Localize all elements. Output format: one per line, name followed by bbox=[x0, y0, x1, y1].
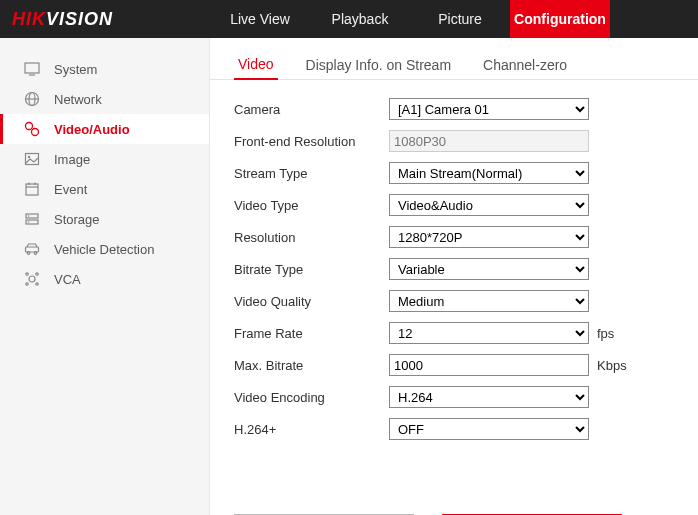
input-max-bitrate[interactable] bbox=[389, 354, 589, 376]
sidebar-item-event[interactable]: Event bbox=[0, 174, 209, 204]
sidebar-item-label: Event bbox=[54, 182, 87, 197]
label-resolution: Resolution bbox=[234, 230, 389, 245]
brand-logo: HIK VISION bbox=[0, 9, 210, 30]
subtab-video[interactable]: Video bbox=[234, 50, 278, 80]
svg-point-19 bbox=[34, 252, 37, 255]
brand-hik: HIK bbox=[12, 9, 46, 30]
label-video-encoding: Video Encoding bbox=[234, 390, 389, 405]
brand-vision: VISION bbox=[46, 9, 113, 30]
sidebar-item-label: System bbox=[54, 62, 97, 77]
sidebar-item-video-audio[interactable]: Video/Audio bbox=[0, 114, 209, 144]
svg-point-15 bbox=[28, 215, 30, 217]
select-video-quality[interactable]: Medium bbox=[389, 290, 589, 312]
label-frame-rate: Frame Rate bbox=[234, 326, 389, 341]
select-stream-type[interactable]: Main Stream(Normal) bbox=[389, 162, 589, 184]
video-audio-icon bbox=[24, 121, 40, 137]
sidebar-item-label: Vehicle Detection bbox=[54, 242, 154, 257]
svg-point-5 bbox=[26, 123, 33, 130]
event-icon bbox=[24, 181, 40, 197]
system-icon bbox=[24, 61, 40, 77]
sidebar-item-network[interactable]: Network bbox=[0, 84, 209, 114]
nav-playback[interactable]: Playback bbox=[310, 0, 410, 38]
label-bitrate-type: Bitrate Type bbox=[234, 262, 389, 277]
sidebar-item-vehicle[interactable]: Vehicle Detection bbox=[0, 234, 209, 264]
sidebar-item-image[interactable]: Image bbox=[0, 144, 209, 174]
sidebar-item-system[interactable]: System bbox=[0, 54, 209, 84]
input-front-end-resolution bbox=[389, 130, 589, 152]
svg-point-18 bbox=[27, 252, 30, 255]
image-icon bbox=[24, 151, 40, 167]
svg-point-21 bbox=[26, 273, 28, 275]
select-bitrate-type[interactable]: Variable bbox=[389, 258, 589, 280]
subtab-display-info[interactable]: Display Info. on Stream bbox=[302, 51, 456, 79]
unit-kbps: Kbps bbox=[597, 358, 627, 373]
vca-icon bbox=[24, 271, 40, 287]
storage-icon bbox=[24, 211, 40, 227]
sidebar-item-label: Video/Audio bbox=[54, 122, 130, 137]
subtabs: Video Display Info. on Stream Channel-ze… bbox=[210, 38, 698, 80]
select-frame-rate[interactable]: 12 bbox=[389, 322, 589, 344]
select-resolution[interactable]: 1280*720P bbox=[389, 226, 589, 248]
sidebar-item-label: Storage bbox=[54, 212, 100, 227]
sidebar-item-label: VCA bbox=[54, 272, 81, 287]
svg-point-24 bbox=[36, 283, 38, 285]
label-video-type: Video Type bbox=[234, 198, 389, 213]
nav-picture[interactable]: Picture bbox=[410, 0, 510, 38]
label-camera: Camera bbox=[234, 102, 389, 117]
svg-point-23 bbox=[26, 283, 28, 285]
sidebar: System Network Video/Audio Image Event S… bbox=[0, 38, 210, 515]
network-icon bbox=[24, 91, 40, 107]
sidebar-item-vca[interactable]: VCA bbox=[0, 264, 209, 294]
nav-live-view[interactable]: Live View bbox=[210, 0, 310, 38]
label-front-end-resolution: Front-end Resolution bbox=[234, 134, 389, 149]
select-camera[interactable]: [A1] Camera 01 bbox=[389, 98, 589, 120]
sidebar-item-label: Network bbox=[54, 92, 102, 107]
sidebar-item-storage[interactable]: Storage bbox=[0, 204, 209, 234]
svg-rect-9 bbox=[26, 184, 38, 195]
select-video-type[interactable]: Video&Audio bbox=[389, 194, 589, 216]
svg-rect-0 bbox=[25, 63, 39, 73]
label-h264-plus: H.264+ bbox=[234, 422, 389, 437]
main-panel: Video Display Info. on Stream Channel-ze… bbox=[210, 38, 698, 515]
vehicle-icon bbox=[24, 241, 40, 257]
label-max-bitrate: Max. Bitrate bbox=[234, 358, 389, 373]
svg-point-6 bbox=[32, 129, 39, 136]
select-video-encoding[interactable]: H.264 bbox=[389, 386, 589, 408]
svg-point-8 bbox=[28, 156, 30, 158]
video-form: Camera [A1] Camera 01 Front-end Resoluti… bbox=[210, 80, 698, 468]
label-stream-type: Stream Type bbox=[234, 166, 389, 181]
unit-fps: fps bbox=[597, 326, 614, 341]
select-h264-plus[interactable]: OFF bbox=[389, 418, 589, 440]
svg-rect-17 bbox=[26, 247, 39, 252]
subtab-channel-zero[interactable]: Channel-zero bbox=[479, 51, 571, 79]
label-video-quality: Video Quality bbox=[234, 294, 389, 309]
top-nav: Live View Playback Picture Configuration bbox=[210, 0, 610, 38]
svg-point-16 bbox=[28, 221, 30, 223]
svg-point-20 bbox=[29, 276, 35, 282]
nav-configuration[interactable]: Configuration bbox=[510, 0, 610, 38]
svg-point-22 bbox=[36, 273, 38, 275]
sidebar-item-label: Image bbox=[54, 152, 90, 167]
header-bar: HIK VISION Live View Playback Picture Co… bbox=[0, 0, 698, 38]
